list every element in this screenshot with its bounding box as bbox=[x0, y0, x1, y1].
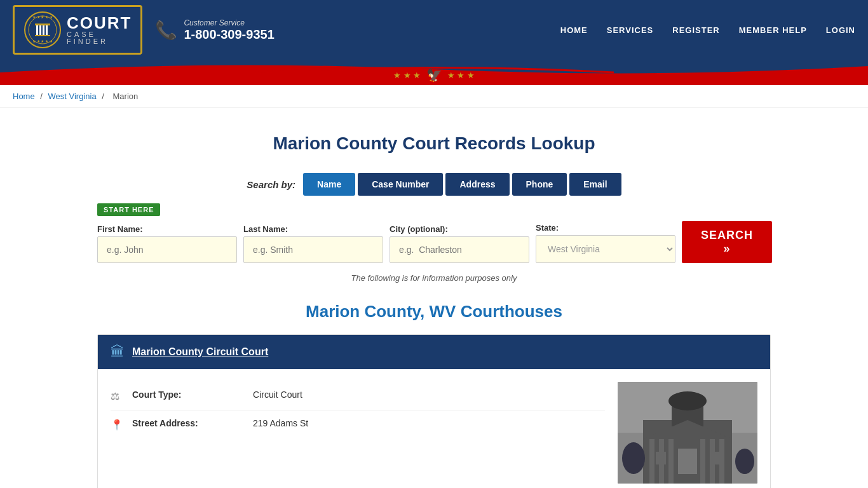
tab-email[interactable]: Email bbox=[569, 173, 621, 196]
svg-point-26 bbox=[735, 449, 754, 474]
breadcrumb-sep-2: / bbox=[102, 92, 106, 101]
courthouse-name-link[interactable]: Marion County Circuit Court bbox=[132, 346, 268, 358]
courthouse-body: ⚖ Court Type: Circuit Court 📍 Street Add… bbox=[98, 369, 770, 488]
city-label: City (optional): bbox=[390, 224, 529, 234]
logo[interactable]: ★ ★ ★ ★ ★ ★ ★ ★ ★ ★ COURT CASE FINDER bbox=[13, 5, 142, 55]
nav-register[interactable]: REGISTER bbox=[672, 25, 719, 35]
courthouse-header: 🏛 Marion County Circuit Court bbox=[98, 335, 770, 369]
info-text: The following is for information purpose… bbox=[97, 273, 771, 283]
street-address-value: 219 Adams St bbox=[253, 418, 308, 428]
eagle-icon: 🦅 bbox=[426, 67, 442, 83]
state-label: State: bbox=[536, 223, 675, 233]
wave-bar: ★ ★ ★ 🦅 ★ ★ ★ bbox=[0, 60, 868, 85]
nav-member-help[interactable]: MEMBER HELP bbox=[739, 25, 807, 35]
svg-text:★ ★ ★ ★ ★: ★ ★ ★ ★ ★ bbox=[32, 39, 53, 43]
street-address-label: Street Address: bbox=[132, 418, 247, 428]
svg-rect-23 bbox=[656, 452, 666, 464]
building-svg bbox=[618, 382, 757, 484]
svg-rect-17 bbox=[668, 439, 674, 484]
logo-text: COURT CASE FINDER bbox=[67, 15, 132, 45]
tab-case-number[interactable]: Case Number bbox=[358, 173, 443, 196]
last-name-label: Last Name: bbox=[243, 224, 383, 234]
site-header: ★ ★ ★ ★ ★ ★ ★ ★ ★ ★ COURT CASE FINDER 📞 … bbox=[0, 0, 868, 60]
svg-rect-6 bbox=[46, 25, 48, 35]
breadcrumb-state[interactable]: West Virginia bbox=[48, 92, 97, 101]
svg-rect-4 bbox=[39, 25, 41, 35]
search-by-row: Search by: Name Case Number Address Phon… bbox=[97, 173, 771, 196]
breadcrumb-county: Marion bbox=[113, 92, 139, 101]
table-row: ⚖ Court Type: Circuit Court bbox=[111, 382, 605, 410]
breadcrumb-home[interactable]: Home bbox=[13, 92, 35, 101]
svg-rect-24 bbox=[710, 452, 720, 464]
courthouse-icon: 🏛 bbox=[111, 344, 125, 360]
search-form-row: First Name: Last Name: City (optional): … bbox=[97, 221, 771, 263]
svg-point-25 bbox=[622, 442, 645, 474]
courthouses-title: Marion County, WV Courthouses bbox=[97, 302, 771, 322]
court-type-icon: ⚖ bbox=[111, 390, 126, 402]
page-title: Marion County Court Records Lookup bbox=[97, 133, 771, 154]
search-by-label: Search by: bbox=[247, 179, 295, 190]
main-content: Marion County Court Records Lookup Searc… bbox=[85, 108, 783, 488]
first-name-field: First Name: bbox=[97, 224, 237, 263]
nav-home[interactable]: HOME bbox=[560, 25, 588, 35]
tab-address[interactable]: Address bbox=[445, 173, 509, 196]
start-here-badge: START HERE bbox=[97, 203, 160, 216]
star-left: ★ ★ ★ bbox=[393, 71, 421, 80]
first-name-label: First Name: bbox=[97, 224, 237, 234]
search-button[interactable]: SEARCH » bbox=[682, 221, 772, 263]
address-icon: 📍 bbox=[111, 419, 126, 431]
city-field: City (optional): bbox=[390, 224, 529, 263]
nav-login[interactable]: LOGIN bbox=[826, 25, 855, 35]
svg-text:★ ★ ★ ★ ★: ★ ★ ★ ★ ★ bbox=[32, 15, 53, 19]
courthouse-details: ⚖ Court Type: Circuit Court 📍 Street Add… bbox=[111, 382, 605, 484]
court-type-label: Court Type: bbox=[132, 390, 247, 400]
table-row: 📍 Street Address: 219 Adams St bbox=[111, 410, 605, 438]
last-name-input[interactable] bbox=[243, 236, 383, 263]
svg-rect-15 bbox=[649, 439, 654, 484]
search-section: Search by: Name Case Number Address Phon… bbox=[97, 173, 771, 263]
svg-rect-8 bbox=[35, 35, 50, 36]
svg-point-14 bbox=[668, 391, 707, 410]
state-select[interactable]: West Virginia bbox=[536, 235, 675, 263]
main-nav: HOME SERVICES REGISTER MEMBER HELP LOGIN bbox=[560, 25, 855, 35]
first-name-input[interactable] bbox=[97, 236, 237, 263]
courthouse-card: 🏛 Marion County Circuit Court ⚖ Court Ty… bbox=[97, 334, 771, 488]
customer-service: 📞 Customer Service 1-800-309-9351 bbox=[155, 18, 274, 42]
svg-rect-5 bbox=[43, 25, 44, 35]
eagle-row: ★ ★ ★ 🦅 ★ ★ ★ bbox=[393, 67, 474, 83]
last-name-field: Last Name: bbox=[243, 224, 383, 263]
svg-rect-22 bbox=[678, 449, 697, 474]
phone-icon: 📞 bbox=[155, 20, 177, 41]
svg-rect-18 bbox=[700, 439, 705, 484]
tab-phone[interactable]: Phone bbox=[512, 173, 567, 196]
breadcrumb: Home / West Virginia / Marion bbox=[0, 85, 868, 108]
svg-rect-3 bbox=[36, 25, 38, 35]
svg-rect-7 bbox=[35, 24, 50, 25]
svg-rect-20 bbox=[719, 439, 724, 484]
city-input[interactable] bbox=[390, 236, 529, 263]
state-field: State: West Virginia bbox=[536, 223, 675, 263]
courthouse-photo bbox=[618, 382, 757, 484]
star-right: ★ ★ ★ bbox=[447, 71, 475, 80]
nav-services[interactable]: SERVICES bbox=[607, 25, 654, 35]
tab-name[interactable]: Name bbox=[303, 173, 355, 196]
breadcrumb-sep-1: / bbox=[40, 92, 44, 101]
courthouse-image bbox=[618, 382, 757, 484]
search-tabs: Name Case Number Address Phone Email bbox=[303, 173, 621, 196]
court-type-value: Circuit Court bbox=[253, 390, 302, 400]
logo-emblem-icon: ★ ★ ★ ★ ★ ★ ★ ★ ★ ★ bbox=[24, 11, 62, 49]
